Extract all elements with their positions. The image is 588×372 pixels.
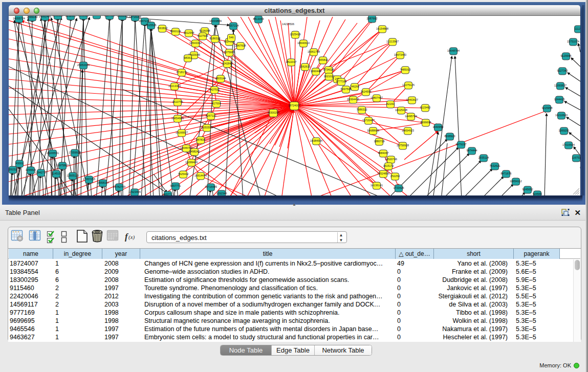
svg-text:17957255: 17957255 [83, 178, 95, 181]
svg-text:8699695: 8699695 [421, 121, 431, 124]
svg-text:10463627: 10463627 [406, 98, 418, 101]
svg-text:417004: 417004 [212, 102, 221, 105]
svg-text:1935129: 1935129 [53, 16, 63, 17]
svg-text:10756928: 10756928 [397, 144, 409, 147]
svg-text:15751074: 15751074 [567, 40, 579, 43]
svg-text:43001: 43001 [16, 162, 24, 165]
svg-text:11123: 11123 [575, 27, 580, 30]
svg-text:15720407: 15720407 [362, 119, 375, 122]
svg-text:1610755: 1610755 [172, 100, 183, 103]
svg-text:18300295: 18300295 [267, 111, 279, 114]
svg-text:9152155: 9152155 [66, 16, 76, 17]
svg-text:18724007: 18724007 [288, 104, 300, 107]
svg-text:3912954: 3912954 [184, 31, 194, 34]
svg-text:1733426: 1733426 [394, 186, 404, 189]
svg-text:17016504: 17016504 [562, 143, 575, 146]
svg-text:98361: 98361 [184, 56, 192, 59]
svg-text:10958107: 10958107 [97, 181, 109, 184]
svg-text:9129996: 9129996 [561, 54, 572, 57]
svg-text:39151: 39151 [9, 168, 17, 171]
svg-text:16033809: 16033809 [209, 19, 222, 23]
svg-text:20991406: 20991406 [39, 16, 51, 18]
svg-text:62160: 62160 [387, 102, 395, 105]
svg-text:14055724: 14055724 [13, 17, 25, 20]
svg-text:7357214: 7357214 [228, 24, 239, 27]
svg-text:20206531: 20206531 [47, 151, 59, 155]
svg-text:16782759: 16782759 [113, 185, 125, 188]
svg-text:12093837: 12093837 [554, 84, 567, 87]
svg-text:9227343: 9227343 [557, 69, 568, 72]
svg-text:9427512: 9427512 [209, 88, 220, 91]
svg-text:10688609: 10688609 [367, 129, 379, 132]
svg-text:16210643: 16210643 [555, 114, 568, 117]
svg-text:10973493: 10973493 [394, 53, 406, 56]
svg-text:16961758: 16961758 [308, 50, 320, 53]
svg-text:1640954: 1640954 [433, 125, 444, 128]
svg-text:2967608: 2967608 [235, 44, 246, 47]
svg-text:(x): (x) [128, 234, 135, 240]
svg-text:12275125: 12275125 [402, 83, 415, 86]
svg-text:1527602: 1527602 [104, 16, 115, 17]
svg-text:29053346: 29053346 [77, 63, 90, 67]
svg-text:7625402: 7625402 [178, 172, 189, 176]
svg-text:12905115: 12905115 [67, 174, 79, 177]
svg-text:2718170: 2718170 [177, 71, 187, 74]
svg-text:1822037: 1822037 [286, 60, 297, 63]
svg-text:252254: 252254 [390, 174, 400, 178]
svg-text:1244415: 1244415 [554, 98, 565, 101]
svg-text:114519: 114519 [52, 172, 61, 175]
svg-text:10719195: 10719195 [129, 16, 141, 18]
svg-text:7515526: 7515526 [146, 24, 157, 27]
svg-text:1562615: 1562615 [300, 65, 311, 68]
svg-text:746266: 746266 [350, 85, 359, 88]
svg-text:20364436: 20364436 [347, 98, 359, 101]
svg-text:2087662: 2087662 [367, 17, 378, 20]
svg-text:19384554: 19384554 [310, 139, 322, 142]
svg-text:1292346: 1292346 [216, 192, 227, 195]
svg-text:9115460: 9115460 [420, 106, 431, 109]
svg-text:10543362: 10543362 [189, 41, 202, 45]
svg-text:1880729: 1880729 [374, 140, 385, 143]
svg-text:17359918: 17359918 [69, 151, 81, 154]
svg-text:2803144: 2803144 [215, 77, 226, 80]
svg-text:9684067: 9684067 [378, 151, 389, 155]
svg-text:15716485: 15716485 [205, 185, 217, 188]
svg-text:3215958: 3215958 [542, 106, 553, 110]
svg-text:16099489: 16099489 [185, 161, 198, 164]
svg-text:7632621: 7632621 [490, 164, 500, 167]
svg-text:10046786: 10046786 [180, 146, 192, 149]
svg-text:14136141: 14136141 [371, 184, 383, 187]
svg-text:546: 546 [229, 36, 234, 39]
svg-text:9777169: 9777169 [336, 80, 347, 83]
svg-text:19654923: 19654923 [402, 129, 414, 132]
svg-text:8471676: 8471676 [501, 172, 512, 175]
svg-text:1990448: 1990448 [311, 70, 321, 73]
svg-text:10648784: 10648784 [447, 49, 460, 52]
svg-text:15353594: 15353594 [201, 126, 213, 129]
svg-text:924565: 924565 [533, 192, 542, 195]
svg-text:19166827: 19166827 [176, 131, 188, 134]
svg-text:12942737: 12942737 [35, 171, 47, 174]
svg-text:5375685: 5375685 [224, 51, 235, 54]
svg-text:7663822: 7663822 [157, 27, 168, 30]
svg-text:10653287: 10653287 [91, 16, 103, 16]
svg-text:8813054: 8813054 [253, 17, 264, 20]
svg-text:1621022: 1621022 [324, 75, 335, 78]
svg-text:9242848: 9242848 [222, 62, 233, 65]
svg-text:14495784: 14495784 [405, 115, 417, 118]
svg-text:9657771: 9657771 [170, 184, 181, 187]
svg-text:10654112: 10654112 [510, 180, 522, 183]
svg-text:12213967: 12213967 [386, 40, 399, 43]
svg-text:14520746: 14520746 [385, 158, 397, 161]
svg-text:8660124: 8660124 [170, 30, 181, 33]
svg-text:10807487: 10807487 [371, 96, 383, 99]
svg-text:13524856: 13524856 [377, 172, 389, 175]
svg-text:6497508: 6497508 [341, 87, 352, 91]
svg-text:9734028: 9734028 [323, 68, 334, 71]
svg-text:2099140: 2099140 [27, 16, 38, 18]
svg-text:965771: 965771 [163, 193, 172, 195]
svg-text:14218506: 14218506 [282, 23, 294, 26]
svg-text:3624554: 3624554 [361, 90, 372, 93]
svg-text:1369291: 1369291 [559, 129, 570, 132]
svg-text:12923465: 12923465 [128, 190, 141, 193]
